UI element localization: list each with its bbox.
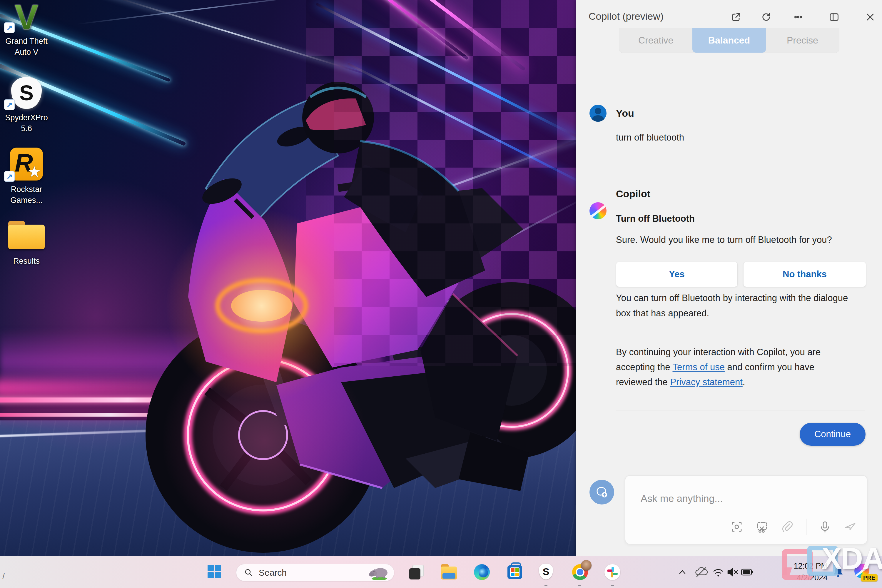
copilot-logo-icon — [590, 202, 606, 219]
tab-balanced[interactable]: Balanced — [692, 28, 766, 52]
terms-of-use-link[interactable]: Terms of use — [672, 362, 724, 372]
continue-button-label: Continue — [814, 429, 851, 440]
running-indicator — [544, 585, 548, 586]
copilot-panel: Copilot (preview) Creative Balanced Prec… — [576, 0, 882, 556]
desktop-icon-label: SpyderXPro 5.6 — [2, 112, 51, 134]
spyderx-button[interactable]: S — [539, 564, 553, 579]
running-indicator — [611, 585, 614, 586]
refresh-icon[interactable] — [760, 10, 772, 24]
tab-creative[interactable]: Creative — [619, 28, 692, 52]
close-icon[interactable] — [864, 10, 877, 24]
response-question: Sure. Would you like me to turn off Blue… — [616, 235, 832, 245]
input-toolbar — [730, 519, 857, 535]
tab-precise[interactable]: Precise — [766, 28, 839, 52]
attachment-icon[interactable] — [781, 520, 794, 534]
conversation-style-tabs: Creative Balanced Precise — [619, 28, 839, 53]
corner-mark: / — [2, 571, 5, 581]
checker-mosaic-overlay — [334, 28, 576, 366]
volume-muted-icon[interactable] — [726, 566, 739, 579]
desktop-icon-label: Results — [2, 256, 51, 267]
screen: V ↗ Grand Theft Auto V S ↗ SpyderXPro 5.… — [0, 0, 882, 588]
response-heading: Turn off Bluetooth — [616, 213, 695, 224]
disclaimer-suffix: . — [742, 377, 745, 387]
slack-icon — [604, 564, 620, 580]
snip-icon[interactable] — [755, 520, 769, 534]
task-view-button[interactable] — [409, 564, 424, 580]
search-box[interactable]: Search — [236, 564, 394, 581]
task-view-icon — [409, 564, 424, 580]
microphone-icon[interactable] — [818, 520, 832, 534]
yes-button[interactable]: Yes — [616, 262, 738, 287]
xda-watermark: XDA — [782, 544, 882, 586]
chat-input[interactable] — [626, 476, 867, 517]
send-icon[interactable] — [843, 520, 857, 534]
new-topic-button[interactable] — [590, 480, 614, 504]
assistant-label: Copilot — [616, 188, 650, 200]
battery-icon[interactable] — [740, 566, 754, 579]
search-icon — [244, 568, 254, 578]
desktop-icon-results-folder[interactable]: Results — [2, 221, 51, 267]
windows-logo-icon — [208, 565, 221, 578]
edge-icon — [474, 564, 490, 580]
more-options-icon[interactable] — [792, 10, 805, 24]
shortcut-arrow-icon: ↗ — [4, 22, 15, 33]
chrome-button[interactable] — [572, 564, 588, 580]
desktop-icon-label: Rockstar Games... — [2, 184, 51, 206]
bing-daily-hippo-image — [368, 565, 390, 580]
continue-button[interactable]: Continue — [800, 423, 866, 446]
taskbar: / Search — [0, 556, 882, 588]
slack-button[interactable] — [604, 564, 620, 580]
desktop-icon-spyderxpro[interactable]: S ↗ SpyderXPro 5.6 — [2, 77, 51, 134]
no-thanks-button-label: No thanks — [783, 269, 827, 280]
followup-text: You can turn off Bluetooth by interactin… — [616, 291, 851, 321]
user-label: You — [616, 108, 634, 119]
chat-input-box[interactable] — [625, 475, 868, 544]
desktop-icon-rockstar-games[interactable]: R★ ↗ Rockstar Games... — [2, 148, 51, 206]
section-divider — [616, 410, 865, 410]
microsoft-store-button[interactable] — [507, 563, 522, 579]
spyderx-icon: S — [539, 564, 553, 579]
open-in-new-window-icon[interactable] — [730, 10, 742, 24]
disclaimer-text: By continuing your interaction with Copi… — [616, 345, 851, 390]
start-button[interactable] — [208, 565, 221, 578]
panel-title: Copilot (preview) — [589, 10, 663, 22]
onedrive-paused-icon[interactable] — [694, 566, 708, 579]
wifi-icon[interactable] — [711, 566, 725, 579]
spyderxpro-icon: S — [11, 77, 42, 109]
desktop-icon-label: Grand Theft Auto V — [2, 36, 51, 58]
chrome-profile-avatar — [581, 560, 591, 571]
input-toolbar-divider — [806, 519, 807, 535]
desktop-wallpaper — [0, 0, 576, 588]
file-explorer-icon — [441, 567, 457, 580]
file-explorer-button[interactable] — [441, 565, 457, 580]
tray-chevron-up[interactable] — [676, 566, 688, 578]
search-label: Search — [259, 568, 286, 578]
user-avatar — [590, 105, 606, 122]
no-thanks-button[interactable]: No thanks — [743, 262, 866, 287]
rockstar-icon: R★ — [10, 148, 43, 180]
shortcut-arrow-icon: ↗ — [4, 171, 15, 182]
xda-watermark-text: XDA — [821, 541, 882, 576]
microsoft-store-icon — [507, 566, 522, 579]
yes-button-label: Yes — [669, 269, 684, 280]
running-indicator — [578, 585, 580, 586]
split-view-icon[interactable] — [828, 10, 840, 24]
folder-icon — [8, 221, 45, 249]
privacy-statement-link[interactable]: Privacy statement — [670, 377, 742, 387]
new-topic-chat-icon — [595, 485, 609, 499]
shortcut-arrow-icon: ↗ — [4, 99, 15, 110]
edge-button[interactable] — [474, 564, 490, 580]
screenshot-icon[interactable] — [730, 520, 744, 534]
desktop-icon-gta-v[interactable]: V ↗ Grand Theft Auto V — [2, 2, 51, 58]
chrome-icon — [572, 564, 588, 580]
user-message: turn off bluetooth — [616, 132, 684, 143]
